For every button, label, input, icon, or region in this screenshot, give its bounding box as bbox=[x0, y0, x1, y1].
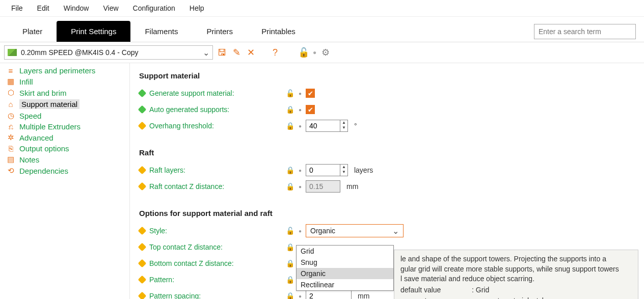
tab-print-settings[interactable]: Print Settings bbox=[57, 21, 130, 42]
raft-layers-input[interactable] bbox=[306, 165, 340, 176]
sidebar-item-output[interactable]: ⎘Output options bbox=[0, 143, 129, 154]
raft-contact-field bbox=[306, 180, 340, 193]
menu-edit[interactable]: Edit bbox=[30, 2, 57, 14]
unit-mm: mm bbox=[346, 182, 358, 191]
dot-icon: ● bbox=[299, 293, 302, 299]
delete-icon[interactable]: ✕ bbox=[246, 47, 256, 58]
spin-up-icon[interactable]: ▲ bbox=[340, 120, 347, 125]
tab-filaments[interactable]: Filaments bbox=[130, 21, 192, 42]
sidebar-item-label: Output options bbox=[19, 144, 69, 153]
settings-panel: Support material Generate support materi… bbox=[130, 63, 644, 299]
menu-view[interactable]: View bbox=[96, 2, 125, 14]
checkbox-generate-support[interactable]: ✔ bbox=[306, 89, 315, 98]
sidebar-item-dependencies[interactable]: ⟲Dependencies bbox=[0, 165, 129, 176]
sidebar-item-skirt[interactable]: ⬡Skirt and brim bbox=[0, 87, 129, 98]
rename-icon[interactable]: ✎ bbox=[231, 47, 242, 58]
speed-icon: ◷ bbox=[6, 111, 15, 120]
lock-toggle-icon[interactable]: 🔓 bbox=[299, 47, 309, 58]
support-icon: ⌂ bbox=[6, 100, 15, 108]
row-overhang: Overhang threshold: 🔒 ● ▲▼ ° bbox=[139, 118, 635, 134]
lock-icon[interactable]: 🔒 bbox=[286, 105, 294, 114]
sidebar-item-extruders[interactable]: ⎌Multiple Extruders bbox=[0, 121, 129, 132]
toolbar: 0.20mm SPEED @MK4IS 0.4 - Copy 🖫 ✎ ✕ ? 🔓… bbox=[0, 42, 644, 63]
row-auto-supports: Auto generated supports: 🔒 ● ✔ bbox=[139, 101, 635, 118]
row-raft-contact: Raft contact Z distance: 🔒 ● mm bbox=[139, 178, 635, 195]
label-pattern-spacing: Pattern spacing: bbox=[149, 292, 282, 299]
style-tooltip: le and shape of the support towers. Proj… bbox=[394, 250, 638, 299]
tooltip-param-key: parameter name bbox=[400, 296, 472, 299]
sidebar-item-layers[interactable]: ≡Layers and perimeters bbox=[0, 65, 129, 76]
lock-icon[interactable]: 🔒 bbox=[286, 182, 294, 191]
style-option-snug[interactable]: Snug bbox=[297, 257, 393, 268]
style-option-organic[interactable]: Organic bbox=[297, 268, 393, 279]
lock-icon[interactable]: 🔒 bbox=[286, 292, 294, 299]
profile-select[interactable]: 0.20mm SPEED @MK4IS 0.4 - Copy bbox=[4, 45, 213, 60]
sidebar-item-label: Dependencies bbox=[19, 167, 68, 175]
spin-down-icon[interactable]: ▼ bbox=[340, 170, 347, 175]
overhang-spinner[interactable]: ▲▼ bbox=[306, 120, 348, 132]
lock-icon[interactable]: 🔒 bbox=[286, 122, 294, 130]
spin-down-icon[interactable]: ▼ bbox=[340, 125, 347, 130]
save-icon[interactable]: 🖫 bbox=[217, 47, 227, 58]
style-option-grid[interactable]: Grid bbox=[297, 246, 393, 257]
lock-icon[interactable]: 🔒 bbox=[286, 243, 294, 251]
sidebar-item-label: Multiple Extruders bbox=[19, 122, 81, 131]
overhang-input[interactable] bbox=[306, 120, 340, 131]
level-bullet-icon bbox=[138, 122, 147, 130]
menu-configuration[interactable]: Configuration bbox=[126, 2, 182, 14]
chevron-down-icon bbox=[392, 226, 399, 236]
layers-icon: ≡ bbox=[6, 66, 15, 75]
unlock-icon[interactable]: 🔓 bbox=[286, 89, 294, 97]
style-dropdown[interactable]: Grid Snug Organic Rectilinear bbox=[296, 245, 394, 291]
tab-printables[interactable]: Printables bbox=[247, 21, 310, 42]
pattern-spacing-input[interactable] bbox=[306, 290, 352, 299]
unlock-icon[interactable]: 🔓 bbox=[286, 227, 294, 235]
tab-printers[interactable]: Printers bbox=[192, 21, 247, 42]
menu-file[interactable]: File bbox=[4, 2, 30, 14]
sidebar-item-support[interactable]: ⌂Support material bbox=[0, 98, 129, 110]
menu-window[interactable]: Window bbox=[57, 2, 96, 14]
spin-up-icon[interactable]: ▲ bbox=[340, 165, 347, 170]
menu-help[interactable]: Help bbox=[182, 2, 211, 14]
advanced-icon: ✲ bbox=[6, 133, 15, 142]
level-bullet-icon bbox=[138, 182, 147, 191]
sidebar-item-advanced[interactable]: ✲Advanced bbox=[0, 132, 129, 143]
tooltip-line2: gular grid will create more stable suppo… bbox=[400, 264, 632, 275]
level-bullet-icon bbox=[138, 105, 147, 114]
style-select[interactable]: Organic bbox=[306, 224, 404, 237]
sidebar-item-speed[interactable]: ◷Speed bbox=[0, 110, 129, 121]
output-icon: ⎘ bbox=[6, 144, 15, 153]
section-support-title: Support material bbox=[139, 71, 635, 80]
help-icon[interactable]: ? bbox=[270, 47, 280, 58]
level-bullet-icon bbox=[138, 89, 147, 98]
sidebar-item-label: Notes bbox=[19, 155, 39, 164]
dot-icon: ● bbox=[313, 49, 316, 56]
lock-icon[interactable]: 🔒 bbox=[286, 166, 294, 174]
section-options-title: Options for support material and raft bbox=[139, 209, 635, 218]
raft-layers-spinner[interactable]: ▲▼ bbox=[306, 164, 348, 176]
sidebar-item-label: Speed bbox=[19, 112, 41, 120]
notes-icon: ▤ bbox=[6, 155, 15, 164]
chevron-down-icon bbox=[203, 48, 209, 58]
style-option-rectilinear[interactable]: Rectilinear bbox=[297, 279, 393, 290]
lock-icon[interactable]: 🔒 bbox=[286, 259, 294, 267]
checkbox-auto-supports[interactable]: ✔ bbox=[306, 105, 315, 114]
sidebar-item-notes[interactable]: ▤Notes bbox=[0, 154, 129, 165]
tooltip-line3: l save material and reduce object scarri… bbox=[400, 274, 632, 284]
label-pattern: Pattern: bbox=[149, 276, 282, 284]
extruders-icon: ⎌ bbox=[6, 122, 15, 131]
tooltip-line1: le and shape of the support towers. Proj… bbox=[400, 254, 632, 264]
tab-plater[interactable]: Plater bbox=[8, 21, 57, 42]
sidebar-item-label: Advanced bbox=[19, 133, 53, 142]
unit-mm: mm bbox=[358, 292, 369, 299]
sidebar-item-label: Skirt and brim bbox=[19, 89, 67, 97]
level-bullet-icon bbox=[138, 227, 147, 235]
label-bottom-contact-z: Bottom contact Z distance: bbox=[149, 259, 282, 267]
dependencies-icon: ⟲ bbox=[6, 166, 15, 175]
lock-icon[interactable]: 🔒 bbox=[286, 276, 294, 284]
sidebar-item-infill[interactable]: ▦Infill bbox=[0, 76, 129, 87]
unit-degree: ° bbox=[354, 122, 357, 130]
dot-icon: ● bbox=[299, 107, 302, 113]
compare-icon[interactable]: ⚙ bbox=[320, 47, 331, 58]
search-input[interactable] bbox=[534, 24, 636, 39]
